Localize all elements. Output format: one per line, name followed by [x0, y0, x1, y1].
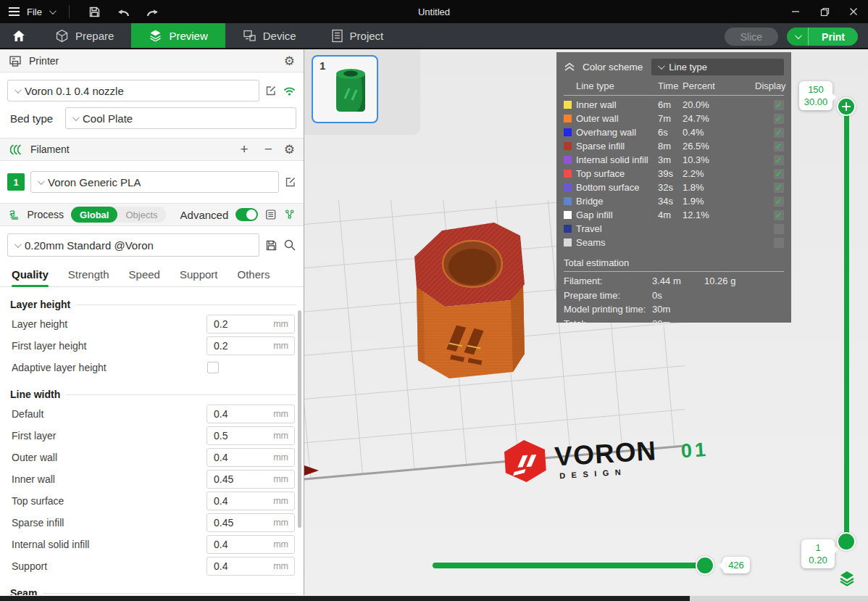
scope-objects[interactable]: Objects — [117, 210, 165, 220]
scope-global[interactable]: Global — [71, 207, 117, 223]
display-checkbox[interactable]: ✓ — [774, 114, 784, 124]
display-checkbox[interactable] — [774, 224, 784, 234]
layer-height-input[interactable]: 0.2mm — [206, 315, 295, 333]
plate-thumbnail-panel: 1 — [304, 49, 420, 135]
line-width-default-input[interactable]: 0.4mm — [206, 405, 295, 423]
app-window: File Untitled Prepare — [0, 0, 868, 601]
list-settings-icon[interactable] — [265, 208, 276, 221]
advanced-toggle[interactable] — [235, 208, 258, 221]
parameter-list: Layer height Layer height 0.2mm First la… — [0, 287, 304, 595]
display-checkbox[interactable]: ✓ — [774, 155, 784, 165]
wifi-icon[interactable] — [283, 85, 296, 96]
parameter-graph-icon[interactable] — [284, 208, 295, 221]
sidebar-scrollbar[interactable] — [298, 310, 301, 528]
percent-value: 1.9% — [683, 196, 755, 207]
line-width-support-input[interactable]: 0.4mm — [206, 557, 295, 576]
sliced-model[interactable] — [407, 212, 534, 384]
edit-icon[interactable] — [285, 176, 296, 188]
tab-project[interactable]: Project — [314, 23, 401, 48]
col-line-type: Line type — [576, 80, 658, 91]
menu-icon[interactable] — [9, 7, 20, 16]
print-button[interactable]: Print — [809, 28, 858, 46]
display-checkbox[interactable]: ✓ — [774, 196, 784, 207]
tab-prepare[interactable]: Prepare — [38, 23, 131, 48]
param-value: 0.4 — [207, 539, 228, 550]
chevron-down-icon[interactable] — [49, 7, 57, 14]
color-swatch — [564, 211, 572, 219]
tab-quality[interactable]: Quality — [12, 262, 49, 287]
undo-button[interactable] — [113, 3, 135, 20]
layers-mode-icon[interactable] — [838, 570, 856, 587]
filament-settings-gear-icon[interactable]: ⚙ — [284, 144, 295, 156]
layer-slider-track[interactable] — [844, 109, 849, 542]
display-checkbox[interactable]: ✓ — [774, 141, 784, 152]
total-label: Model printing time: — [564, 304, 652, 315]
save-preset-icon[interactable] — [265, 239, 277, 252]
save-button[interactable] — [84, 3, 106, 20]
display-checkbox[interactable]: ✓ — [774, 183, 784, 193]
tab-home[interactable] — [0, 23, 38, 48]
param-unit: mm — [273, 431, 288, 441]
display-checkbox[interactable]: ✓ — [774, 210, 784, 220]
tab-others[interactable]: Others — [238, 262, 270, 287]
print-dropdown-button[interactable] — [787, 28, 809, 46]
display-checkbox[interactable]: ✓ — [774, 169, 784, 179]
tab-device[interactable]: Device — [225, 23, 314, 48]
chevron-down-icon — [14, 86, 22, 94]
tab-preview[interactable]: Preview — [131, 23, 225, 48]
bed-type-select[interactable]: Cool Plate — [65, 107, 296, 129]
printer-preset-select[interactable]: Voron 0.1 0.4 nozzle — [7, 80, 259, 101]
printer-settings-gear-icon[interactable]: ⚙ — [284, 55, 295, 67]
total-estimation-title: Total estimation — [564, 254, 784, 270]
param-value: 0.5 — [207, 430, 228, 442]
home-icon — [12, 29, 26, 43]
line-width-top-surface-input[interactable]: 0.4mm — [206, 492, 295, 510]
tab-speed[interactable]: Speed — [129, 262, 160, 287]
line-width-sparse-infill-input[interactable]: 0.45mm — [206, 513, 295, 532]
line-width-outer-wall-input[interactable]: 0.4mm — [206, 448, 295, 467]
maximize-button[interactable] — [810, 0, 839, 23]
collapse-panel-icon[interactable] — [564, 62, 575, 72]
color-swatch — [564, 101, 572, 109]
first-layer-height-input[interactable]: 0.2mm — [206, 336, 295, 355]
param-unit: mm — [273, 518, 288, 528]
process-scope-toggle[interactable]: Global Objects — [71, 207, 166, 223]
printer-icon — [9, 55, 22, 67]
process-preset-select[interactable]: 0.20mm Standard @Voron — [7, 233, 259, 257]
param-row: First layer0.5mm — [0, 425, 304, 447]
line-width-first-layer-input[interactable]: 0.5mm — [206, 426, 295, 445]
display-checkbox[interactable]: ✓ — [774, 100, 784, 110]
close-button[interactable] — [839, 0, 868, 23]
param-value: 0.45 — [207, 517, 233, 529]
tab-strength[interactable]: Strength — [68, 262, 109, 287]
legend-row: Outer wall7m24.7%✓ — [564, 112, 784, 125]
minimize-button[interactable] — [781, 0, 810, 23]
viewport-3d[interactable]: VORON DESIGN 01 — [304, 49, 868, 595]
slice-button[interactable]: Slice — [725, 28, 778, 46]
line-width-internal-solid-input[interactable]: 0.4mm — [206, 535, 295, 554]
param-unit: mm — [273, 561, 288, 571]
filament-preset-select[interactable]: Voron Generic PLA — [30, 171, 279, 193]
add-filament-button[interactable]: + — [236, 141, 253, 157]
group-title-seam: Seam — [10, 587, 37, 595]
plate-thumbnail[interactable]: 1 — [312, 55, 378, 123]
adaptive-layer-height-checkbox[interactable] — [207, 362, 219, 373]
filament-slot-badge[interactable]: 1 — [7, 173, 25, 191]
search-icon[interactable] — [283, 239, 296, 252]
line-type-label: Bottom surface — [576, 182, 658, 193]
tab-support[interactable]: Support — [180, 262, 218, 287]
path-slider-track[interactable] — [433, 563, 714, 568]
path-slider-handle[interactable] — [696, 556, 714, 575]
display-checkbox[interactable] — [774, 238, 784, 248]
edit-icon[interactable] — [265, 85, 277, 96]
file-menu[interactable]: File — [27, 7, 42, 17]
col-percent: Percent — [683, 80, 755, 91]
redo-button[interactable] — [142, 3, 164, 20]
param-value: 0.4 — [207, 452, 228, 463]
time-value: 6s — [658, 127, 683, 138]
line-width-inner-wall-input[interactable]: 0.45mm — [206, 470, 295, 489]
param-label: Support — [12, 560, 206, 572]
remove-filament-button[interactable]: − — [260, 141, 277, 157]
color-scheme-select[interactable]: Line type — [651, 59, 784, 75]
display-checkbox[interactable]: ✓ — [774, 128, 784, 138]
